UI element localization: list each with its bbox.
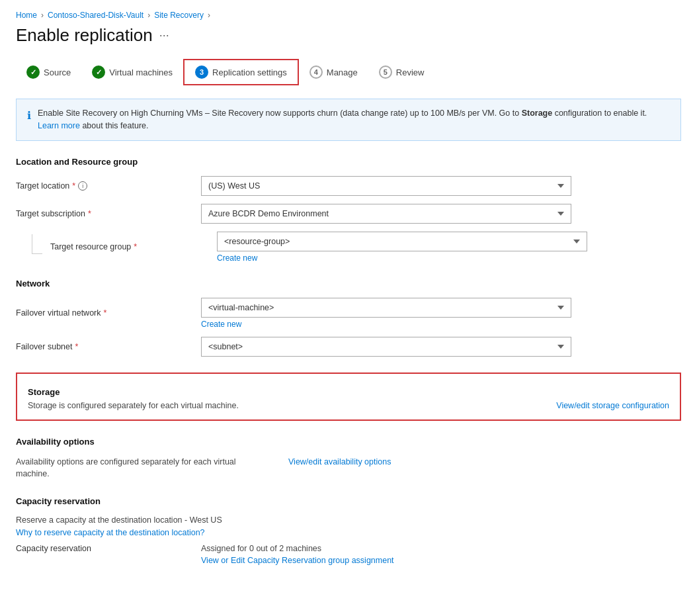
step-icon-manage: 4 xyxy=(309,66,323,79)
failover-subnet-row: Failover subnet * <subnet> xyxy=(16,337,681,357)
availability-options-link[interactable]: View/edit availability options xyxy=(288,457,391,466)
network-section-title: Network xyxy=(16,279,681,288)
target-location-label: Target location * i xyxy=(16,181,201,191)
target-subscription-label: Target subscription * xyxy=(16,209,201,218)
resource-group-create-new-link[interactable]: Create new xyxy=(217,253,257,263)
target-subscription-control: Azure BCDR Demo Environment xyxy=(201,204,571,224)
storage-section-title: Storage xyxy=(28,387,669,397)
page-title-container: Enable replication ··· xyxy=(16,25,681,46)
target-resource-group-row: Target resource group * <resource-group>… xyxy=(16,232,681,263)
storage-description: Storage is configured separately for eac… xyxy=(28,401,239,410)
target-subscription-select[interactable]: Azure BCDR Demo Environment xyxy=(201,204,571,224)
wizard-step-review[interactable]: 5 Review xyxy=(368,60,435,84)
storage-row: Storage is configured separately for eac… xyxy=(28,401,669,410)
location-resource-group-section: Location and Resource group Target locat… xyxy=(16,157,681,263)
wizard-step-manage[interactable]: 4 Manage xyxy=(299,60,368,84)
target-resource-group-control: <resource-group> Create new xyxy=(217,232,587,263)
target-location-info-icon[interactable]: i xyxy=(78,181,87,191)
target-subscription-row: Target subscription * Azure BCDR Demo En… xyxy=(16,204,681,224)
capacity-reservation-row: Capacity reservation Assigned for 0 out … xyxy=(16,544,681,565)
breadcrumb-site-recovery[interactable]: Site Recovery xyxy=(154,11,204,20)
target-resource-group-select[interactable]: <resource-group> xyxy=(217,232,587,251)
capacity-edit-link[interactable]: View or Edit Capacity Reservation group … xyxy=(201,556,394,565)
capacity-reservation-value: Assigned for 0 out of 2 machines View or… xyxy=(201,544,681,565)
step-label-replication-settings: Replication settings xyxy=(212,67,287,77)
target-resource-group-label: Target resource group * xyxy=(32,240,217,254)
failover-vnet-control: <virtual-machine> Create new xyxy=(201,298,571,329)
learn-more-link[interactable]: Learn more xyxy=(38,121,80,130)
capacity-assigned-text: Assigned for 0 out of 2 machines xyxy=(201,544,681,553)
availability-section-title: Availability options xyxy=(16,437,681,447)
capacity-reservation-section-title: Capacity reservation xyxy=(16,496,681,506)
wizard-step-source[interactable]: ✓ Source xyxy=(16,60,81,84)
location-section-title: Location and Resource group xyxy=(16,157,681,167)
step-label-source: Source xyxy=(44,67,71,77)
wizard-steps: ✓ Source ✓ Virtual machines 3 Replicatio… xyxy=(16,59,681,85)
step-icon-replication-settings: 3 xyxy=(195,66,208,79)
availability-section: Availability options Availability option… xyxy=(16,437,681,481)
capacity-why-link[interactable]: Why to reserve capacity at the destinati… xyxy=(16,528,205,537)
target-location-control: (US) West US xyxy=(201,176,571,196)
step-icon-source: ✓ xyxy=(26,66,40,79)
failover-subnet-label: Failover subnet * xyxy=(16,342,201,351)
step-label-review: Review xyxy=(396,67,425,77)
wizard-step-replication-settings[interactable]: 3 Replication settings xyxy=(183,59,299,85)
failover-subnet-control: <subnet> xyxy=(201,337,571,357)
info-banner-text: Enable Site Recovery on High Churning VM… xyxy=(38,107,670,132)
step-label-virtual-machines: Virtual machines xyxy=(109,67,173,77)
target-location-select[interactable]: (US) West US xyxy=(201,176,571,196)
breadcrumb-home[interactable]: Home xyxy=(16,11,37,20)
availability-description: Availability options are configured sepa… xyxy=(16,456,267,481)
step-icon-virtual-machines: ✓ xyxy=(92,66,105,79)
page-title: Enable replication xyxy=(16,25,153,46)
info-banner-icon: ℹ xyxy=(27,108,31,132)
vnet-create-new-link[interactable]: Create new xyxy=(201,320,241,329)
wizard-step-virtual-machines[interactable]: ✓ Virtual machines xyxy=(81,60,183,84)
target-location-required: * xyxy=(72,181,75,191)
failover-vnet-row: Failover virtual network * <virtual-mach… xyxy=(16,298,681,329)
breadcrumb: Home › Contoso-Shared-Disk-Vault › Site … xyxy=(16,11,681,20)
storage-config-link[interactable]: View/edit storage configuration xyxy=(556,401,669,410)
capacity-reservation-section: Capacity reservation Reserve a capacity … xyxy=(16,496,681,565)
target-location-row: Target location * i (US) West US xyxy=(16,176,681,196)
failover-subnet-select[interactable]: <subnet> xyxy=(201,337,571,357)
target-subscription-required: * xyxy=(88,209,91,218)
capacity-reservation-description: Reserve a capacity at the destination lo… xyxy=(16,515,681,525)
page-title-ellipsis[interactable]: ··· xyxy=(159,28,169,42)
failover-vnet-select[interactable]: <virtual-machine> xyxy=(201,298,571,318)
failover-vnet-label: Failover virtual network * xyxy=(16,308,201,318)
capacity-reservation-label: Capacity reservation xyxy=(16,544,201,553)
info-banner: ℹ Enable Site Recovery on High Churning … xyxy=(16,99,681,141)
availability-row: Availability options are configured sepa… xyxy=(16,456,681,481)
breadcrumb-vault[interactable]: Contoso-Shared-Disk-Vault xyxy=(48,11,144,20)
network-section: Network Failover virtual network * <virt… xyxy=(16,279,681,357)
step-icon-review: 5 xyxy=(379,66,392,79)
step-label-manage: Manage xyxy=(327,67,358,77)
storage-section: Storage Storage is configured separately… xyxy=(16,373,681,421)
